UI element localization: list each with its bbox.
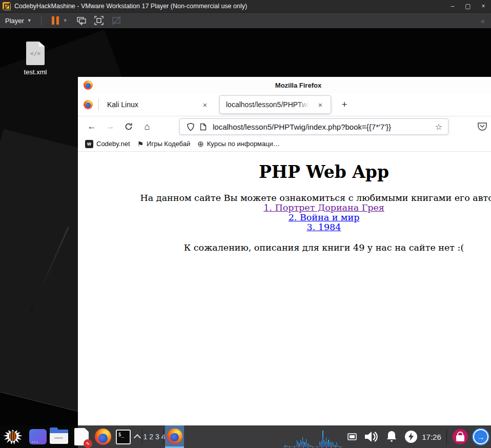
bookmark-label: Игры Кодебай [147, 140, 190, 148]
globe-icon: ⊕ [197, 139, 204, 149]
player-menu-button[interactable]: Player ▼ [0, 13, 37, 28]
terminal-launcher-button[interactable]: $_ [113, 425, 133, 448]
desktop-icon-testxml[interactable]: </> test.xml [24, 42, 47, 82]
kali-menu-button[interactable] [1, 425, 25, 448]
minimize-button[interactable]: – [445, 0, 460, 12]
new-tab-button[interactable]: + [337, 97, 352, 112]
folder-icon [50, 430, 68, 444]
bookmark-star-icon[interactable]: ☆ [435, 122, 442, 132]
firefox-titlebar[interactable]: Mozilla Firefox [78, 77, 491, 93]
tabstrip-divider [98, 98, 99, 111]
screen-lock-button[interactable] [451, 425, 469, 448]
desktop-icon-label: test.xml [24, 68, 47, 76]
back-button[interactable]: ← [85, 119, 99, 134]
navigation-toolbar: ← → ⌂ localhost/lesson5/PHPTwig/index.ph… [78, 116, 491, 136]
home-button[interactable]: ⌂ [140, 119, 154, 134]
pencil-badge-icon: ✎ [84, 439, 92, 448]
cpu-bar [326, 438, 326, 447]
page-title: PHP Web App [78, 162, 491, 182]
close-button[interactable]: × [476, 0, 491, 12]
terminal-icon: $_ [116, 430, 131, 444]
tab-localhost-active[interactable]: localhost/lesson5/PHPTwig/i × [219, 95, 331, 114]
power-manager-icon[interactable] [403, 425, 419, 448]
desktop-app-icon: ... [29, 429, 47, 444]
notification-bell-icon[interactable] [382, 425, 401, 448]
taskbar: ... ✎ $_ 1 2 3 4 [0, 425, 491, 448]
cpu-bar [324, 440, 324, 447]
panel-divider [142, 429, 142, 444]
workspace-3[interactable]: 3 [155, 433, 159, 441]
tab-kali-linux[interactable]: Kali Linux × [100, 95, 215, 114]
volume-icon[interactable] [361, 425, 381, 448]
cpu-usage-graph [284, 430, 344, 447]
vmware-titlebar: CodebyHackMashine - VMware Workstation 1… [0, 0, 491, 12]
clock[interactable]: 17:26 [419, 425, 444, 448]
book-link-1[interactable]: 1. Портрет Дориана Грея [78, 203, 491, 213]
close-tab-icon[interactable]: × [200, 100, 210, 109]
reload-button[interactable] [121, 119, 136, 134]
cpu-graph-baseline [284, 446, 344, 447]
bookmark-codeby[interactable]: w Codeby.net [85, 140, 130, 148]
firefox-window-title: Mozilla Firefox [78, 82, 491, 89]
send-ctrl-alt-del-button[interactable] [75, 14, 88, 27]
fullscreen-button[interactable] [93, 14, 105, 27]
bookmark-label: Курсы по информаци… [207, 140, 280, 148]
close-tab-icon[interactable]: × [315, 100, 325, 109]
unity-mode-button-disabled [110, 14, 122, 27]
page-intro-text: На данном сайте Вы можете ознакомиться с… [78, 193, 491, 203]
panel-divider [163, 429, 164, 444]
firefox-icon [167, 429, 182, 444]
maximize-button[interactable]: ▢ [460, 0, 476, 12]
url-bar[interactable]: localhost/lesson5/PHPTwig/index.php?book… [179, 118, 448, 135]
desktop-app-button[interactable]: ... [28, 425, 48, 448]
xml-file-icon: </> [26, 42, 45, 65]
forward-button: → [103, 119, 117, 134]
cpu-bar [302, 437, 303, 447]
vmware-toolbar: Player ▼ ▼ « [0, 12, 491, 28]
logout-arrow-icon: → [473, 429, 488, 444]
collapse-toolbar-icon[interactable]: « [481, 16, 485, 25]
workspace-1[interactable]: 1 [143, 433, 147, 441]
pause-vm-button[interactable] [52, 16, 59, 25]
firefox-icon [95, 429, 111, 445]
firefox-launcher-button[interactable] [93, 425, 113, 448]
panel-expand-button[interactable] [132, 425, 145, 448]
chevron-up-icon [134, 434, 141, 441]
cpu-bar [306, 439, 306, 447]
pause-dropdown-icon[interactable]: ▼ [63, 18, 68, 23]
bookmark-courses[interactable]: ⊕ Курсы по информаци… [197, 139, 280, 149]
chevron-down-icon: ▼ [27, 18, 32, 23]
book-link-3[interactable]: 3. 1984 [78, 222, 491, 232]
save-to-pocket-icon[interactable] [477, 120, 488, 134]
tab-label: Kali Linux [107, 100, 138, 109]
url-text[interactable]: localhost/lesson5/PHPTwig/index.php?book… [213, 123, 391, 131]
cpu-bar [322, 431, 323, 447]
tab-bar: Kali Linux × localhost/lesson5/PHPTwig/i… [78, 93, 491, 116]
workspace-switcher[interactable]: 1 2 3 4 [144, 425, 165, 448]
display-tray-icon[interactable] [344, 425, 360, 448]
bookmarks-toolbar: w Codeby.net ⚑ Игры Кодебай ⊕ Курсы по и… [78, 136, 491, 152]
flag-icon: ⚑ [137, 140, 144, 148]
text-editor-button[interactable]: ✎ [71, 425, 92, 448]
vm-screen: </> test.xml Mozilla Firefox Kali Linux … [0, 28, 491, 448]
tab-label: localhost/lesson5/PHPTwig/i [226, 100, 309, 109]
codeby-favicon-icon: w [85, 140, 93, 148]
book-link-2[interactable]: 2. Война и мир [78, 213, 491, 222]
lock-icon [453, 429, 468, 444]
player-menu-label: Player [5, 17, 24, 25]
page-error-message: К сожалению, описания для книги 49 у нас… [78, 243, 491, 253]
bookmark-games[interactable]: ⚑ Игры Кодебай [137, 140, 191, 148]
firefox-icon [84, 100, 93, 109]
bookmark-label: Codeby.net [96, 140, 130, 148]
vmware-window-title: CodebyHackMashine - VMware Workstation 1… [14, 3, 247, 10]
panel-divider [446, 429, 447, 444]
file-manager-button[interactable] [49, 425, 69, 448]
cpu-bar [300, 440, 301, 447]
page-info-icon[interactable] [200, 123, 207, 131]
workspace-2[interactable]: 2 [149, 433, 153, 441]
logout-button[interactable]: → [472, 425, 490, 448]
window-button-firefox[interactable] [165, 425, 184, 448]
shield-icon[interactable] [187, 123, 195, 131]
vmware-app-icon [3, 2, 11, 10]
toolbar-divider [41, 16, 42, 25]
